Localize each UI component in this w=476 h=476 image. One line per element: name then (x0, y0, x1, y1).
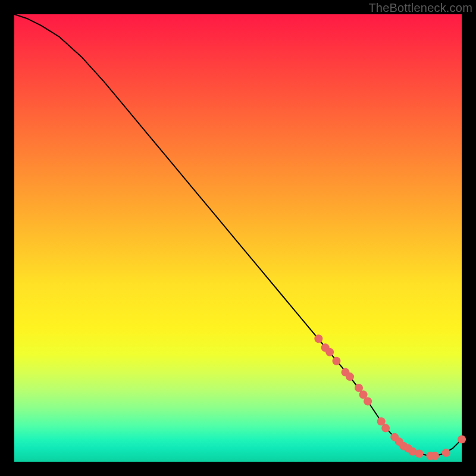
data-point-marker (458, 435, 466, 443)
data-point-marker (332, 357, 340, 365)
data-point-marker (346, 372, 354, 381)
data-point-marker (415, 449, 424, 458)
chart-canvas: TheBottleneck.com (0, 0, 476, 476)
data-point-marker (442, 449, 450, 457)
plot-area (14, 14, 462, 462)
data-point-marker (381, 424, 390, 433)
watermark-label: TheBottleneck.com (368, 1, 472, 15)
data-point-marker (325, 348, 334, 356)
marker-group (314, 334, 466, 460)
chart-overlay (14, 14, 462, 462)
bottleneck-curve (14, 14, 462, 456)
data-point-marker (431, 452, 439, 460)
data-point-marker (314, 334, 322, 343)
data-point-marker (364, 397, 372, 405)
